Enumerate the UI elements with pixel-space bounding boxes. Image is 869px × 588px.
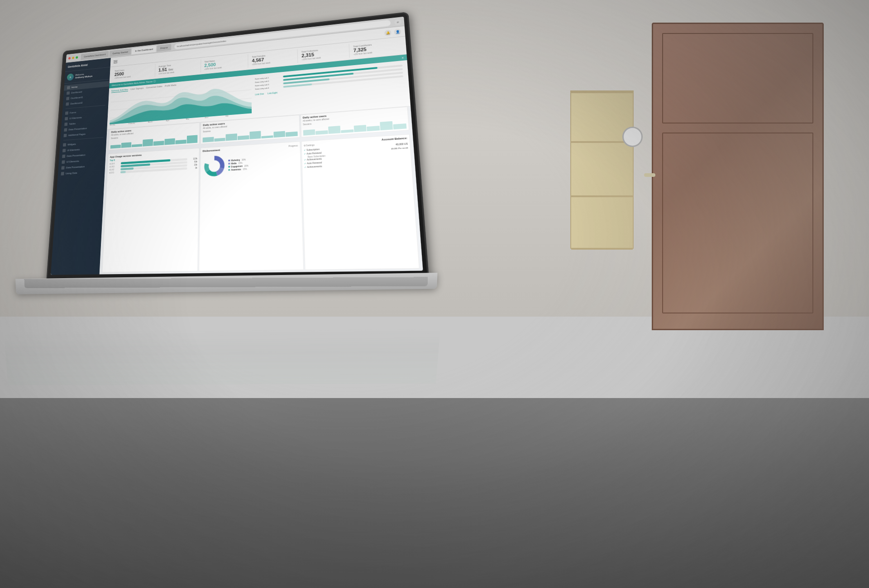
- laptop-reflection: [4, 328, 440, 385]
- donut-dot-engagement: [229, 166, 230, 168]
- mini-bar-item: [176, 140, 186, 144]
- svg-text:April: April: [166, 119, 170, 122]
- legend-link-2[interactable]: Link Eight: [267, 91, 277, 95]
- forms-icon: [65, 111, 68, 115]
- mini-bar-item: [153, 141, 164, 146]
- app-bar-value-3: 23k: [189, 164, 197, 166]
- mini-bar-item: [121, 142, 131, 148]
- svg-point-14: [210, 161, 219, 171]
- sidebar-section-main: Home Dashboard Dashboard1: [61, 81, 110, 139]
- chart-tab-signups[interactable]: User Signups: [130, 87, 143, 91]
- window-maximize-button[interactable]: [76, 56, 78, 59]
- browser-search[interactable]: ⌕: [394, 19, 401, 25]
- chart-tab-network[interactable]: Network Activities: [111, 88, 129, 93]
- sidebar-label-datapres: Data Presentation: [67, 154, 85, 157]
- chart-tab-sales[interactable]: Converted Sales: [146, 85, 162, 90]
- sidebar-label-datapres2: Data Presentation: [66, 165, 85, 169]
- stat-card-users: Total Users 2500 +10% from last week: [112, 64, 155, 81]
- window-close-button[interactable]: [68, 57, 71, 60]
- sidebar-label-ui3: UI Elements: [67, 160, 79, 163]
- donut-dot-marketing: [229, 160, 230, 161]
- account-title: Account Balance:: [382, 137, 407, 141]
- sidebar-label-usingdata: Using Data: [66, 171, 77, 175]
- sidebar-label-tables: Tables: [69, 122, 76, 125]
- sidebar-label-ui2: UI Elements: [67, 148, 80, 152]
- window-minimize-button[interactable]: [72, 57, 74, 59]
- shelf-board: [571, 195, 633, 197]
- mini-bar-item: [203, 137, 214, 142]
- account-label-subscription: Subscription: [306, 148, 320, 152]
- account-card: ⚙ Settings Account Balance: ✓ Subscripti…: [301, 134, 420, 270]
- sidebar-label-dashboard1: Dashboard1: [71, 96, 83, 100]
- sidebar-label-forms: Forms: [70, 111, 76, 114]
- time-unit: Sec: [168, 68, 173, 71]
- app-bar-label-2: v1.9.3: [110, 165, 119, 168]
- app-bar-value-4: 3k: [189, 167, 197, 170]
- usingdata-icon: [61, 172, 64, 175]
- mini-bar-item: [226, 133, 237, 141]
- dashboard-icon: [67, 91, 70, 95]
- bottom-section: App Usage across versions Top 5 v1.9.4 1…: [100, 132, 423, 275]
- mini-bar-item: [393, 123, 406, 129]
- donut-dot-media: [229, 163, 230, 165]
- mini-bar-item: [367, 126, 380, 131]
- door-panel-bottom: [662, 133, 813, 313]
- app-bar-value-1: 123k: [189, 157, 197, 160]
- user-avatar: A: [67, 73, 74, 81]
- mini-bar-item: [238, 135, 249, 140]
- check-icon-4: ✓: [304, 162, 306, 165]
- mini-bar-item: [303, 129, 315, 136]
- svg-text:January: January: [110, 124, 115, 126]
- chart-tab-profit[interactable]: Profit Made: [165, 84, 177, 88]
- mini-bar-item: [186, 135, 197, 143]
- account-label-achievements: Achievements: [307, 157, 322, 161]
- ui-icon: [65, 117, 68, 121]
- ui2-icon: [62, 149, 66, 152]
- dashboard1-icon: [66, 97, 69, 100]
- svg-text:June: June: [205, 117, 208, 119]
- legend-link-1[interactable]: Link One: [255, 92, 264, 95]
- account-label-autorenewal2: Auto Renewal: [307, 161, 322, 165]
- hamburger-menu[interactable]: [114, 60, 118, 63]
- sidebar-section-secondary: Widgets UI Elements Data Presentation: [58, 139, 107, 177]
- mini-bar-item: [341, 129, 353, 133]
- app-bar-label-3: v1.9.2: [109, 168, 119, 171]
- app-usage-card: App Usage across versions Top 5 v1.9.4 1…: [102, 148, 200, 273]
- mini-bar-item: [315, 130, 328, 135]
- account-label-achievements2: Achievements: [307, 165, 322, 168]
- disbursement-title: Disbursement: [203, 149, 220, 152]
- sidebar-label-dashboard: Dashboard: [71, 90, 82, 94]
- stat-card-contributers: Total Contributers 7,325 +1% from last w…: [350, 38, 404, 57]
- banner-close[interactable]: ✕: [401, 56, 404, 59]
- stat-card-time: Avarage Time 1.51 Sec +1% from last week: [156, 59, 201, 76]
- check-icon-1: ✓: [304, 149, 306, 152]
- stat-card-females: Total Females 4,567 +10% from last week: [249, 49, 298, 67]
- datapres-icon: [62, 155, 65, 158]
- mini-bar-item: [273, 131, 285, 138]
- check-icon-5: ✓: [304, 166, 306, 168]
- notification-button[interactable]: 🔔: [384, 29, 392, 36]
- app-bar-value-2: 53k: [189, 161, 197, 163]
- data-icon: [64, 128, 67, 132]
- sidebar-label-data: Data Presentation: [68, 127, 87, 131]
- laptop-screen: Gentellela Dashboard Getting Started In …: [51, 17, 423, 275]
- additional-icon: [63, 134, 67, 138]
- user-profile-button[interactable]: 👤: [394, 28, 401, 35]
- browser-tab-2[interactable]: Getting Started: [110, 48, 131, 57]
- shelf-board: [571, 248, 633, 250]
- settings-label: ⚙ Settings: [303, 143, 315, 147]
- user-info: Welcome, Anthony Muleys: [75, 72, 93, 80]
- mini-bar-item: [261, 135, 273, 138]
- dashboard2-icon: [66, 102, 69, 106]
- brand-name: Gentellela Alela!: [68, 61, 109, 68]
- app-bar-fill-3: [120, 167, 134, 170]
- donut-section: Marketing 30% Media 15%: [202, 149, 299, 179]
- browser-tab-4[interactable]: Dropoz: [157, 44, 172, 52]
- hamburger-line-3: [114, 62, 118, 63]
- hamburger-line-2: [114, 62, 118, 62]
- disbursement-subtitle: Progress: [288, 144, 298, 147]
- datapres2-icon: [61, 166, 64, 170]
- laptop: Gentellela Dashboard Getting Started In …: [39, 20, 544, 437]
- mini-bar-item: [143, 139, 153, 147]
- account-label-autorenewal: Auto Renewal: [306, 152, 321, 155]
